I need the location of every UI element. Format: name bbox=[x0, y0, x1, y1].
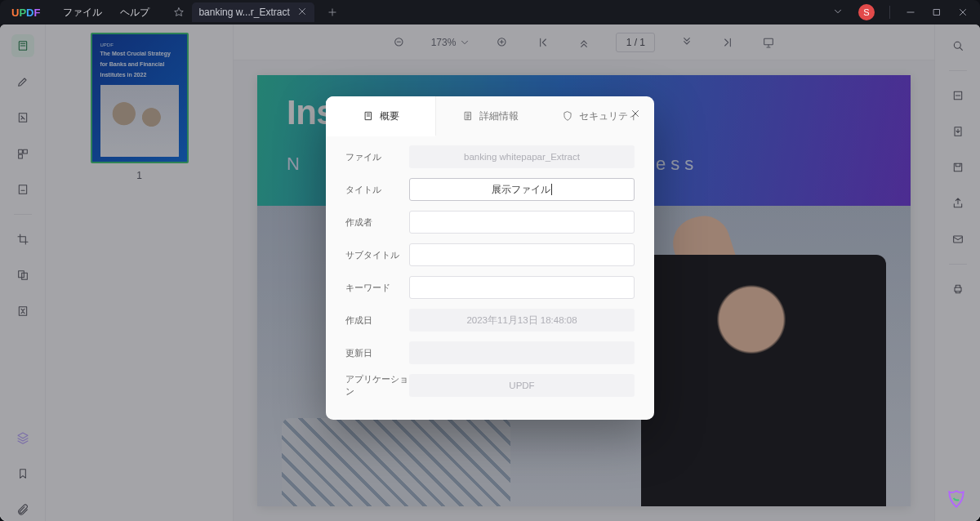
menu-file[interactable]: ファイル bbox=[63, 6, 102, 20]
label-application: アプリケーション bbox=[345, 373, 409, 398]
label-created: 作成日 bbox=[345, 314, 409, 327]
document-tab[interactable]: banking w...r_Extract bbox=[192, 2, 314, 22]
ai-assistant-icon[interactable] bbox=[946, 488, 967, 510]
value-modified bbox=[409, 341, 635, 364]
input-subtitle[interactable] bbox=[409, 243, 635, 266]
input-title[interactable]: 展示ファイル bbox=[409, 178, 635, 201]
divider bbox=[889, 6, 890, 19]
dialog-tab-summary[interactable]: 概要 bbox=[326, 96, 435, 136]
user-avatar[interactable]: S bbox=[858, 4, 875, 20]
app-logo: UPDF bbox=[11, 7, 40, 19]
tab-title: banking w...r_Extract bbox=[198, 7, 289, 18]
window-close-button[interactable] bbox=[957, 7, 969, 18]
tab-pin-icon[interactable] bbox=[171, 4, 187, 20]
window-maximize-button[interactable] bbox=[931, 7, 942, 18]
label-keywords: キーワード bbox=[345, 282, 409, 294]
window-dropdown-icon[interactable] bbox=[832, 6, 844, 20]
tab-close-icon[interactable] bbox=[296, 6, 308, 20]
title-bar: UPDF ファイル ヘルプ banking w...r_Extract S bbox=[0, 0, 980, 24]
input-keywords[interactable] bbox=[409, 276, 635, 299]
label-file: ファイル bbox=[345, 151, 409, 163]
window-minimize-button[interactable] bbox=[905, 7, 916, 18]
dialog-close-button[interactable] bbox=[630, 108, 641, 122]
label-modified: 更新日 bbox=[345, 347, 409, 359]
value-file: banking whitepapar_Extract bbox=[409, 145, 635, 168]
svg-rect-0 bbox=[934, 10, 940, 16]
menu-help[interactable]: ヘルプ bbox=[120, 6, 149, 20]
value-application: UPDF bbox=[409, 374, 635, 397]
document-properties-dialog: 概要 詳細情報 セキュリティ ファイル banking whitepapar_E… bbox=[326, 96, 654, 420]
new-tab-button[interactable] bbox=[323, 2, 342, 22]
label-title: タイトル bbox=[345, 184, 409, 196]
label-author: 作成者 bbox=[345, 216, 409, 229]
label-subtitle: サブタイトル bbox=[345, 249, 409, 261]
dialog-tab-details[interactable]: 詳細情報 bbox=[435, 96, 545, 136]
value-created: 2023年11月13日 18:48:08 bbox=[409, 309, 635, 332]
input-author[interactable] bbox=[409, 211, 635, 234]
